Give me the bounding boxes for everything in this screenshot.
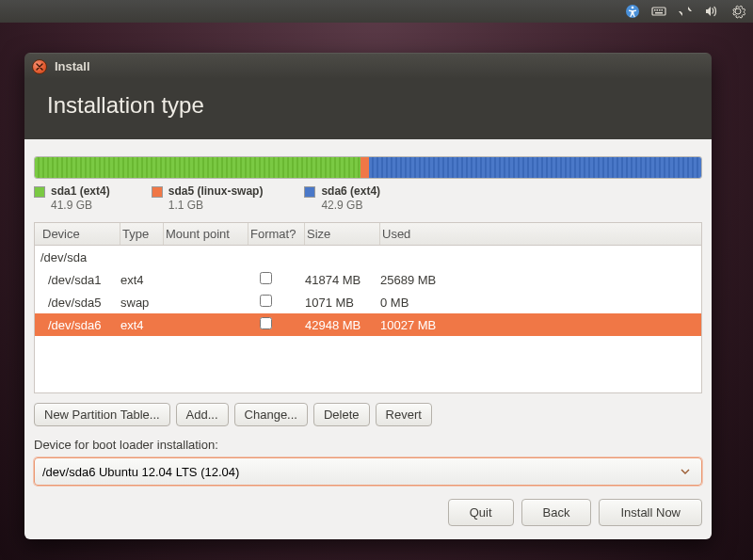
svg-rect-7 — [655, 12, 663, 14]
install-now-button[interactable]: Install Now — [599, 499, 702, 526]
table-cell: /dev/sda6 — [40, 318, 120, 332]
partition-segment-orange — [360, 157, 369, 178]
bootloader-value: /dev/sda6 Ubuntu 12.04 LTS (12.04) — [42, 465, 239, 479]
partition-table: DeviceTypeMount pointFormat?SizeUsed /de… — [34, 222, 702, 393]
partition-legend: sda1 (ext4)41.9 GBsda5 (linux-swap)1.1 G… — [34, 184, 702, 213]
table-row[interactable]: /dev/sda — [35, 246, 701, 268]
table-cell: /dev/sda — [40, 250, 120, 264]
page-title: Installation type — [47, 92, 689, 119]
table-cell: 42948 MB — [305, 318, 380, 332]
window-titlebar[interactable]: Install — [24, 53, 712, 79]
bootloader-label: Device for boot loader installation: — [34, 438, 702, 452]
partition-toolbar: New Partition Table... Add... Change... … — [34, 403, 702, 426]
add-button[interactable]: Add... — [176, 403, 229, 426]
window-header: Installation type — [24, 79, 712, 139]
format-cell — [248, 295, 305, 310]
legend-text: sda5 (linux-swap)1.1 GB — [168, 184, 264, 213]
table-row[interactable]: /dev/sda1ext441874 MB25689 MB — [35, 268, 701, 291]
revert-button[interactable]: Revert — [376, 403, 432, 426]
format-checkbox[interactable] — [260, 272, 272, 284]
table-cell: 25689 MB — [380, 273, 696, 287]
table-cell: 0 MB — [380, 296, 696, 310]
bootloader-device-select[interactable]: /dev/sda6 Ubuntu 12.04 LTS (12.04) — [34, 457, 702, 486]
legend-item: sda5 (linux-swap)1.1 GB — [152, 184, 264, 213]
svg-rect-5 — [659, 9, 661, 11]
wizard-footer: Quit Back Install Now — [34, 499, 702, 526]
quit-button[interactable]: Quit — [448, 499, 514, 526]
format-cell — [248, 272, 305, 287]
chevron-down-icon — [677, 467, 694, 476]
legend-swatch — [304, 186, 315, 198]
volume-icon[interactable] — [704, 4, 719, 19]
svg-rect-3 — [654, 9, 656, 11]
settings-icon[interactable] — [730, 4, 745, 19]
new-partition-table-button[interactable]: New Partition Table... — [34, 403, 170, 426]
table-row[interactable]: /dev/sda6ext442948 MB10027 MB — [35, 313, 701, 336]
window-title: Install — [55, 59, 90, 73]
partition-usage-bar — [34, 156, 702, 179]
svg-point-1 — [632, 7, 634, 9]
svg-rect-6 — [662, 9, 664, 11]
table-row[interactable]: /dev/sda5swap1071 MB0 MB — [35, 291, 701, 313]
legend-text: sda6 (ext4)42.9 GB — [321, 184, 380, 213]
table-header-row: DeviceTypeMount pointFormat?SizeUsed — [35, 223, 701, 246]
partition-segment-green — [35, 157, 360, 178]
table-cell: ext4 — [120, 273, 164, 287]
column-header[interactable]: Format? — [248, 223, 305, 245]
installer-window: Install Installation type sda1 (ext4)41.… — [24, 53, 712, 539]
table-cell: 1071 MB — [305, 296, 380, 310]
legend-item: sda1 (ext4)41.9 GB — [34, 184, 110, 213]
table-cell: 10027 MB — [380, 318, 696, 332]
partition-segment-blue — [369, 157, 701, 178]
keyboard-icon[interactable] — [651, 4, 666, 19]
legend-swatch — [34, 186, 45, 198]
table-cell: 41874 MB — [305, 273, 380, 287]
column-header[interactable]: Used — [380, 223, 696, 245]
svg-rect-2 — [652, 8, 665, 15]
svg-rect-4 — [657, 9, 659, 11]
format-checkbox[interactable] — [260, 295, 272, 307]
system-panel — [0, 0, 753, 23]
format-checkbox[interactable] — [260, 317, 272, 329]
delete-button[interactable]: Delete — [313, 403, 370, 426]
accessibility-icon[interactable] — [625, 4, 640, 19]
format-cell — [248, 317, 305, 332]
back-button[interactable]: Back — [521, 499, 592, 526]
column-header[interactable]: Device — [40, 223, 120, 245]
column-header[interactable]: Mount point — [164, 223, 248, 245]
column-header[interactable]: Size — [305, 223, 380, 245]
legend-item: sda6 (ext4)42.9 GB — [304, 184, 380, 213]
table-cell: /dev/sda5 — [40, 296, 120, 310]
table-cell: swap — [120, 296, 164, 310]
table-cell: /dev/sda1 — [40, 273, 120, 287]
legend-swatch — [152, 186, 163, 198]
table-body: /dev/sda/dev/sda1ext441874 MB25689 MB/de… — [35, 246, 701, 392]
column-header[interactable]: Type — [120, 223, 164, 245]
network-icon[interactable] — [678, 4, 693, 19]
close-icon[interactable] — [32, 59, 47, 74]
window-body: sda1 (ext4)41.9 GBsda5 (linux-swap)1.1 G… — [24, 139, 712, 539]
legend-text: sda1 (ext4)41.9 GB — [51, 184, 110, 213]
table-cell: ext4 — [120, 318, 164, 332]
change-button[interactable]: Change... — [234, 403, 308, 426]
